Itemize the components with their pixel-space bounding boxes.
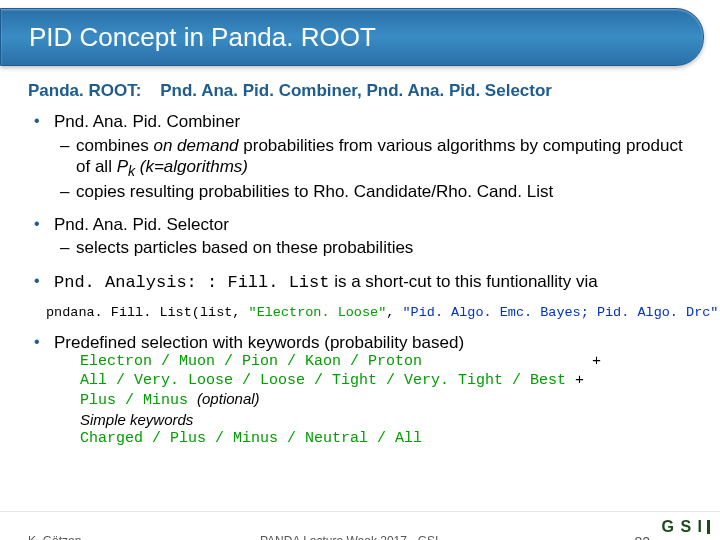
- kw-line4: Simple keywords: [80, 411, 692, 430]
- bullet-filllist: Pnd. Analysis: : Fill. List is a short-c…: [28, 271, 692, 293]
- combiner-sub2: copies resulting probabilities to Rho. C…: [54, 181, 692, 202]
- bullet-predefined: Predefined selection with keywords (prob…: [28, 332, 692, 449]
- keyword-list: Electron / Muon / Pion / Kaon / Proton+ …: [80, 353, 692, 449]
- code-example: pndana. Fill. List(list, "Electron. Loos…: [46, 305, 692, 322]
- combiner-head: Pnd. Ana. Pid. Combiner: [54, 112, 240, 131]
- selector-head: Pnd. Ana. Pid. Selector: [54, 215, 229, 234]
- footer-conference: PANDA Lecture Week 2017 - GSI: [260, 534, 438, 540]
- bullet-selector: Pnd. Ana. Pid. Selector selects particle…: [28, 214, 692, 259]
- filllist-head: Pnd. Analysis: : Fill. List: [54, 273, 329, 292]
- footer-rule: [0, 511, 720, 512]
- filllist-tail: is a short-cut to this funtionallity via: [329, 272, 597, 291]
- kw-line5: Charged / Plus / Minus / Neutral / All: [80, 430, 692, 449]
- slide-title-bar: PID Concept in Panda. ROOT: [0, 8, 704, 66]
- kw-line2: All / Very. Loose / Loose / Tight / Very…: [80, 372, 692, 391]
- subtitle-main: Pnd. Ana. Pid. Combiner, Pnd. Ana. Pid. …: [160, 81, 552, 100]
- kw-line3: Plus / Minus (optional): [80, 390, 692, 411]
- combiner-sub1: combines on demand probabilities from va…: [54, 135, 692, 181]
- gsi-logo: G S I: [662, 518, 710, 536]
- footer-author: K. Götzen: [28, 534, 81, 540]
- predefined-head: Predefined selection with keywords (prob…: [54, 333, 464, 352]
- slide-title: PID Concept in Panda. ROOT: [29, 22, 376, 53]
- subtitle-prefix: Panda. ROOT:: [28, 81, 141, 100]
- subtitle: Panda. ROOT: Pnd. Ana. Pid. Combiner, Pn…: [28, 80, 692, 101]
- kw-line1: Electron / Muon / Pion / Kaon / Proton+: [80, 353, 692, 372]
- selector-sub1: selects particles based on these probabi…: [54, 237, 692, 258]
- bullet-combiner: Pnd. Ana. Pid. Combiner combines on dema…: [28, 111, 692, 202]
- slide-body: Panda. ROOT: Pnd. Ana. Pid. Combiner, Pn…: [0, 66, 720, 449]
- footer-page: 82: [634, 534, 650, 540]
